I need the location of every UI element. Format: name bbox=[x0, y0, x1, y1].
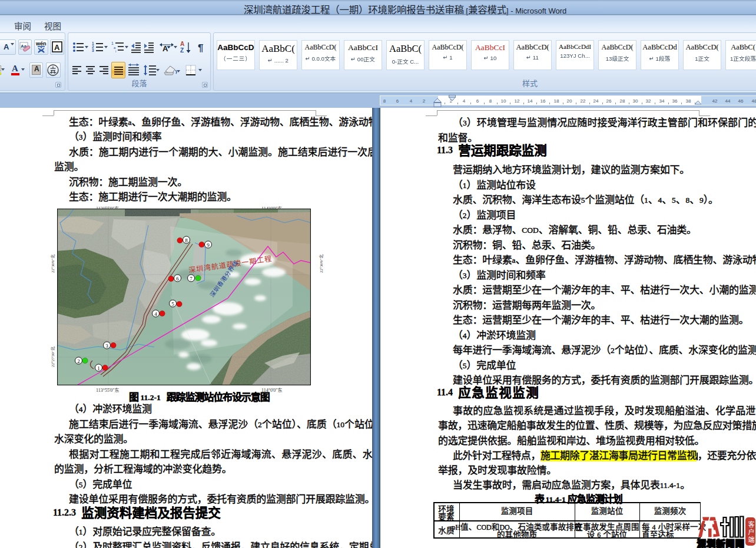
svg-text:9: 9 bbox=[207, 242, 210, 248]
svg-text:2: 2 bbox=[77, 358, 80, 364]
svg-text:A: A bbox=[180, 41, 184, 47]
svg-text:1: 1 bbox=[97, 365, 100, 371]
svg-text:3: 3 bbox=[92, 48, 94, 52]
svg-text:6: 6 bbox=[176, 276, 179, 282]
svg-text:3: 3 bbox=[105, 343, 108, 349]
svg-text:wén: wén bbox=[35, 41, 47, 47]
svg-text:A: A bbox=[54, 43, 60, 52]
svg-text:1: 1 bbox=[111, 41, 114, 45]
svg-text:7: 7 bbox=[190, 276, 193, 282]
svg-text:A: A bbox=[163, 44, 168, 53]
svg-text:8: 8 bbox=[185, 237, 188, 243]
svg-text:5: 5 bbox=[171, 301, 174, 307]
svg-text:4: 4 bbox=[154, 311, 157, 317]
svg-text:Z: Z bbox=[180, 47, 184, 54]
svg-text:i: i bbox=[115, 49, 116, 53]
svg-text:¶: ¶ bbox=[198, 42, 203, 54]
